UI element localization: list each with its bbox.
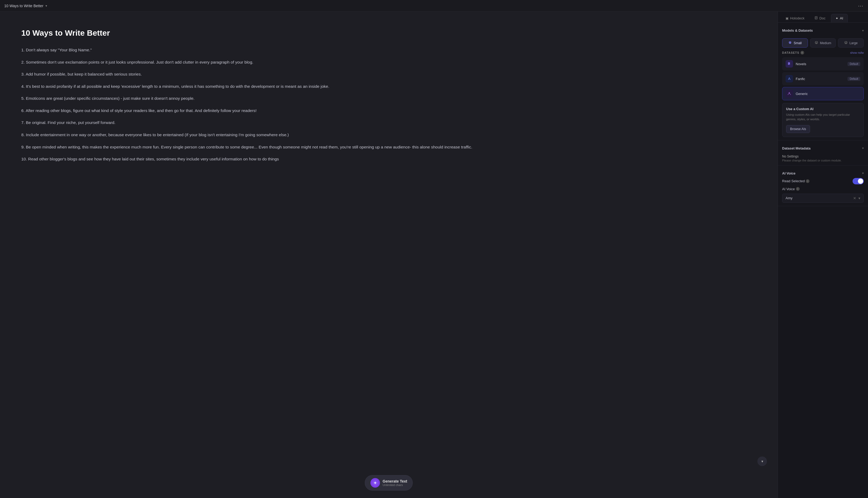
model-size-large[interactable]: Large (838, 38, 864, 48)
doc-item-3: 3. Add humor if possible, but keep it ba… (21, 71, 756, 78)
amy-voice-row: Amy ✕ ▾ (782, 194, 864, 203)
model-sizes: Small Medium (782, 38, 864, 48)
dataset-novels[interactable]: Novels Default (782, 57, 864, 70)
document-heading: 10 Ways to Write Better (21, 28, 756, 38)
generate-sub-label: Unlimited chars (383, 483, 407, 487)
document-area: 10 Ways to Write Better 1. Don't always … (0, 12, 778, 498)
ai-voice-name-label: AI Voice i (782, 187, 800, 191)
generate-text-info: Generate Text Unlimited chars (383, 479, 407, 487)
doc-item-1: 1. Don't always say "Your Blog Name." (21, 47, 756, 53)
ai-voice-header[interactable]: AI Voice ▾ (782, 169, 864, 178)
dataset-generic[interactable]: Generic (782, 87, 864, 100)
datasets-info-icon[interactable]: i (800, 51, 804, 54)
dataset-metadata-title: Dataset Metadata (782, 146, 811, 150)
models-datasets-header[interactable]: Models & Datasets ▾ (782, 26, 864, 35)
custom-ai-description: Using custom AIs can help you target par… (786, 113, 860, 122)
scroll-down-button[interactable]: ▾ (757, 457, 767, 466)
doc-item-7: 7. Be original. Find your niche, put you… (21, 119, 756, 126)
document-content: 1. Don't always say "Your Blog Name." 2.… (21, 47, 756, 162)
svg-point-15 (845, 43, 847, 44)
models-datasets-title: Models & Datasets (782, 28, 813, 32)
small-model-icon (788, 41, 792, 45)
read-selected-toggle[interactable] (853, 178, 864, 184)
ai-voice-section-title: AI Voice (782, 171, 796, 175)
topbar-left: 10 Ways to Write Better ▾ (4, 4, 47, 8)
fanfic-name: Fanfic (796, 77, 805, 81)
svg-point-13 (845, 42, 846, 42)
medium-model-icon (815, 41, 818, 45)
tab-ai[interactable]: ✦ AI (831, 14, 847, 22)
datasets-label: DATASETS i (782, 51, 804, 54)
generate-text-button[interactable]: Generate Text Unlimited chars (365, 475, 413, 490)
doc-item-2: 2. Sometimes don't use exclamation point… (21, 59, 756, 66)
dataset-fanfic[interactable]: Fanfic Default (782, 72, 864, 86)
model-size-medium[interactable]: Medium (810, 38, 836, 48)
sidebar-tabs: ▣ Holodeck Doc ✦ AI (778, 12, 868, 23)
svg-point-10 (817, 42, 817, 42)
novels-badge: Default (847, 62, 860, 66)
doc-item-6: 6. After reading other blogs, figure out… (21, 107, 756, 114)
dataset-fanfic-left: Fanfic (786, 75, 805, 82)
browse-ais-button[interactable]: Browse AIs (786, 125, 810, 133)
tab-holodeck-label: Holodeck (790, 16, 804, 20)
svg-point-7 (789, 43, 791, 44)
doc-item-10: 10. Read other blogger's blogs and see h… (21, 156, 756, 162)
novels-icon (786, 60, 793, 68)
toggle-knob (858, 179, 863, 184)
dataset-novels-left: Novels (786, 60, 806, 68)
doc-item-5: 5. Emoticons are great (under specific c… (21, 95, 756, 102)
amy-chevron-icon[interactable]: ▾ (858, 196, 860, 200)
read-selected-label: Read Selected i (782, 179, 810, 183)
doc-item-8: 8. Include entertainment in one way or a… (21, 131, 756, 138)
generic-icon (786, 90, 793, 97)
document-title-topbar: 10 Ways to Write Better (4, 4, 43, 8)
fanfic-icon (786, 75, 793, 82)
fanfic-badge: Default (847, 77, 860, 81)
ai-voice-label-row: AI Voice i (782, 187, 864, 191)
large-label: Large (850, 41, 858, 45)
main-layout: 10 Ways to Write Better 1. Don't always … (0, 12, 868, 498)
show-nsfw-link[interactable]: show nsfw (850, 51, 864, 54)
custom-ai-title: Use a Custom AI (786, 107, 860, 111)
read-selected-info-icon[interactable]: i (806, 179, 810, 183)
dataset-generic-left: Generic (786, 90, 808, 97)
holodeck-icon: ▣ (786, 16, 788, 20)
doc-icon (815, 16, 818, 20)
generate-area: Generate Text Unlimited chars (365, 475, 413, 490)
models-datasets-section: Models & Datasets ▾ Small (778, 23, 868, 141)
tab-ai-label: AI (840, 16, 843, 20)
read-selected-row: Read Selected i (782, 178, 864, 184)
models-datasets-chevron-icon: ▾ (862, 29, 864, 32)
svg-point-20 (789, 92, 790, 94)
datasets-header: DATASETS i show nsfw (782, 51, 864, 54)
svg-point-6 (790, 42, 791, 42)
dataset-metadata-header[interactable]: Dataset Metadata ▾ (782, 144, 864, 153)
tab-holodeck[interactable]: ▣ Holodeck (781, 14, 809, 22)
tab-doc[interactable]: Doc (810, 14, 830, 22)
svg-point-9 (815, 42, 816, 42)
ai-star-icon: ✦ (836, 16, 838, 20)
amy-actions: ✕ ▾ (853, 196, 860, 200)
generate-text-label: Generate Text (383, 479, 407, 483)
ai-voice-chevron-icon: ▾ (862, 171, 864, 175)
svg-point-5 (789, 42, 790, 42)
generate-icon (371, 478, 380, 488)
ai-voice-section: AI Voice ▾ Read Selected i AI Voice i (778, 166, 868, 206)
amy-voice-name: Amy (786, 196, 792, 200)
custom-ai-box: Use a Custom AI Using custom AIs can hel… (782, 103, 864, 137)
model-size-small[interactable]: Small (782, 38, 808, 48)
small-label: Small (793, 41, 802, 45)
amy-clear-icon[interactable]: ✕ (853, 196, 856, 200)
svg-point-14 (846, 42, 847, 42)
dataset-metadata-chevron-icon: ▾ (862, 146, 864, 150)
right-sidebar: ▣ Holodeck Doc ✦ AI (778, 12, 868, 498)
doc-item-9: 9. Be open minded when writing, this mak… (21, 144, 756, 150)
no-settings-description: Please change the dataset or custom modu… (782, 159, 864, 162)
more-options-icon[interactable]: ⋯ (858, 3, 864, 9)
ai-voice-info-icon[interactable]: i (796, 187, 800, 191)
topbar-chevron-icon[interactable]: ▾ (45, 4, 47, 8)
generic-name: Generic (796, 92, 808, 96)
tab-doc-label: Doc (819, 16, 826, 20)
svg-point-11 (816, 43, 817, 44)
no-settings-label: No Settings (782, 155, 864, 158)
